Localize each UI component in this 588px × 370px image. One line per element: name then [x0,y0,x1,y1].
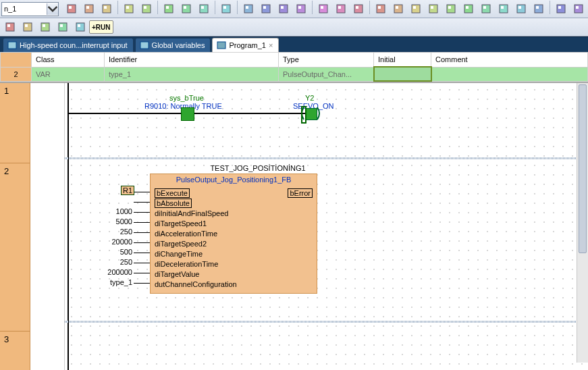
cascade-icon[interactable] [333,1,349,17]
undo-icon[interactable] [121,1,137,17]
fb-port-label: diTargetSpeed2 [155,240,207,248]
fb-param-4[interactable]: 250 [92,228,132,236]
var-icon[interactable] [496,1,512,17]
svg-rect-21 [263,6,266,9]
r1-variable[interactable]: R1 [121,186,134,195]
scope-combo[interactable] [1,2,59,16]
tile-icon[interactable] [350,1,367,17]
plug-icon[interactable] [218,1,234,17]
fb-param-2[interactable]: 1000 [92,207,132,215]
tab-1[interactable]: Global variables [135,38,211,52]
decl-header-identifier[interactable]: Identifier [105,53,279,68]
find-icon[interactable] [161,1,177,17]
paste-icon[interactable] [99,1,115,17]
fb-param-3[interactable]: 5000 [92,217,132,226]
fb-param-9[interactable]: type_1 [92,278,132,286]
fb-port-diAccelerationTime[interactable]: diAccelerationTime [151,228,317,238]
ladder-canvas[interactable]: sys_bTrue R9010: Normally TRUE Y2 SEEVO_… [65,83,588,370]
jump-icon[interactable] [531,1,547,17]
rung-gutter: 1 2 3 [0,83,30,370]
svg-rect-11 [166,6,169,9]
fb-param-5[interactable]: 20000 [92,238,132,246]
decl-header-initial[interactable]: Initial [374,53,431,68]
split-icon[interactable] [553,1,569,17]
svg-rect-63 [43,24,45,27]
cut-icon[interactable] [63,1,80,17]
dev1-icon[interactable] [2,19,18,35]
copy-icon[interactable] [81,1,97,17]
net-icon[interactable] [72,19,88,35]
fb-port-diChangeTime[interactable]: diChangeTime [151,248,317,259]
function-block[interactable]: PulseOutput_Jog_Positioning1_FB bExecute… [150,174,317,294]
svg-rect-27 [321,6,323,9]
replace-icon[interactable] [178,1,194,17]
scrollbar-thumb[interactable] [579,84,587,253]
run-button[interactable]: +RUN [89,20,113,34]
fb-port-diDecelerationTime[interactable]: diDecelerationTime [151,259,317,269]
fn-icon[interactable] [478,1,494,17]
dev4-icon[interactable] [55,19,71,35]
dev2-icon[interactable] [20,19,36,35]
block-icon[interactable] [443,1,459,17]
indent-icon[interactable] [258,1,274,17]
decl-header-class[interactable]: Class [32,53,105,68]
decl-row[interactable]: 2 VAR type_1 PulseOutput_Chan... [1,67,588,81]
vert-icon[interactable] [408,1,424,17]
svg-rect-5 [104,6,107,9]
scope-combo-input[interactable] [2,3,47,15]
merge-icon[interactable] [570,1,587,17]
ladder-canvas-wrap: sys_bTrue R9010: Normally TRUE Y2 SEEVO_… [65,83,588,370]
main-toolbar [0,0,588,18]
svg-rect-70 [217,42,225,49]
chevron-down-icon[interactable] [47,3,58,15]
svg-rect-47 [501,6,504,9]
dev3-icon[interactable] [37,19,53,35]
svg-rect-67 [78,24,80,27]
rung-number-2[interactable]: 2 [0,163,30,332]
output-coil[interactable] [301,106,320,121]
decl-header-comment[interactable]: Comment [431,53,588,68]
decl-header-gutter [1,53,32,68]
decl-comment[interactable] [431,67,588,81]
rung-number-3[interactable]: 3 [0,332,30,370]
fb-param-8[interactable]: 200000 [92,268,132,276]
fb-port-dutChannelConfiguration[interactable]: dutChannelConfiguration [151,279,317,289]
tab-label: Program_1 [229,41,265,49]
go-icon[interactable] [196,1,212,17]
decl-class[interactable]: VAR [32,67,105,81]
rung-number-1[interactable]: 1 [0,83,30,163]
decl-header-type[interactable]: Type [279,53,374,68]
link-icon[interactable] [513,1,529,17]
comment-icon[interactable] [293,1,309,17]
decl-identifier[interactable]: type_1 [105,67,279,81]
tab-0[interactable]: High-speed coun...interrupt input [3,38,134,52]
svg-rect-41 [448,6,451,9]
dedent-icon[interactable] [275,1,292,17]
diag-icon[interactable] [425,1,442,17]
fb-port-diInitialAndFinalSpeed[interactable]: diInitialAndFinalSpeed [151,208,317,218]
fb-port-diTargetSpeed1[interactable]: diTargetSpeed1 [151,218,317,228]
toolbar-divider [117,1,118,14]
fb-port-diTargetSpeed2[interactable]: diTargetSpeed2 [151,238,317,248]
fb-port-bError[interactable]: bError [288,188,313,199]
tab-2[interactable]: Program_1× [212,38,279,52]
fb-icon[interactable] [460,1,477,17]
svg-rect-31 [356,6,358,9]
arrow-icon[interactable] [373,1,389,17]
contact-normally-open[interactable] [180,106,194,121]
close-icon[interactable]: × [269,41,273,49]
decl-type[interactable]: PulseOutput_Chan... [279,67,374,81]
decl-initial[interactable] [374,67,431,81]
fb-port-diTargetValue[interactable]: diTargetValue [151,269,317,279]
hor-icon[interactable] [390,1,406,17]
redo-icon[interactable] [138,1,155,17]
fb-port-bAbsolute[interactable]: bAbsolute [151,198,317,208]
vertical-scrollbar[interactable] [577,83,588,363]
svg-rect-35 [396,6,398,9]
fb-param-7[interactable]: 250 [92,258,132,266]
window-icon[interactable] [315,1,331,17]
fb-port-label: diAccelerationTime [155,230,217,238]
fb-param-6[interactable]: 500 [92,248,132,256]
svg-rect-15 [201,6,204,9]
outdent-icon[interactable] [240,1,257,17]
